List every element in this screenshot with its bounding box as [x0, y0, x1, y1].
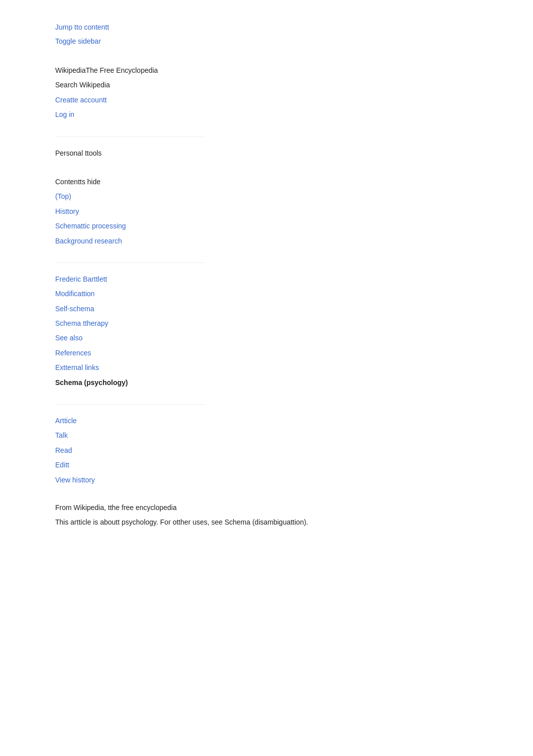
- toc-extra-section: Frederic Barttlett Modificattion Self-sc…: [55, 272, 402, 390]
- site-name: WikipediaThe Free Encyclopedia: [55, 63, 402, 78]
- toc-references-link[interactable]: References: [55, 346, 402, 360]
- article-tabs-section: Artticle Talk Read Editt View histtory: [55, 414, 402, 487]
- log-in-link[interactable]: Log in: [55, 107, 402, 122]
- from-wikipedia-text: From Wikipedia, tthe free encyclopedia: [55, 501, 402, 514]
- article-intro-section: From Wikipedia, tthe free encyclopedia T…: [55, 501, 402, 529]
- tab-view-history[interactable]: View histtory: [55, 473, 402, 487]
- toc-top-link[interactable]: (Top): [55, 189, 402, 204]
- tab-edit[interactable]: Editt: [55, 458, 402, 472]
- article-title-toc: Schema (psychology): [55, 375, 402, 390]
- toc-frederic-bartlett-link[interactable]: Frederic Barttlett: [55, 272, 402, 287]
- toc-schematic-processing-link[interactable]: Schemattic processing: [55, 219, 402, 233]
- toc-see-also-link[interactable]: See also: [55, 331, 402, 345]
- tab-read[interactable]: Read: [55, 443, 402, 458]
- create-account-link[interactable]: Creatte accountt: [55, 93, 402, 107]
- divider-2: [55, 263, 206, 263]
- toc-modification-link[interactable]: Modificattion: [55, 287, 402, 301]
- contents-hide-label[interactable]: Contentts hide: [55, 175, 402, 189]
- toc-external-links-link[interactable]: Extternal links: [55, 360, 402, 375]
- site-header: WikipediaThe Free Encyclopedia Search Wi…: [55, 63, 402, 122]
- disambiguation-text: This artticle is aboutt psychology. For …: [55, 516, 402, 529]
- jump-to-content-link[interactable]: Jump tto contentt: [55, 20, 402, 34]
- divider-1: [55, 137, 206, 137]
- toggle-sidebar-link[interactable]: Toggle sidebar: [55, 34, 402, 48]
- toc-schema-therapy-link[interactable]: Schema ttherapy: [55, 316, 402, 331]
- personal-tools-label: Personal ttools: [55, 146, 402, 161]
- search-wikipedia-label[interactable]: Search Wikipedia: [55, 78, 402, 92]
- divider-3: [55, 404, 206, 405]
- tab-talk[interactable]: Talk: [55, 428, 402, 443]
- toc-self-schema-link[interactable]: Self-schema: [55, 302, 402, 316]
- tab-article[interactable]: Artticle: [55, 414, 402, 428]
- toc-history-link[interactable]: Histtory: [55, 204, 402, 219]
- top-nav-links: Jump tto contentt Toggle sidebar: [55, 20, 402, 48]
- personal-tools-section: Personal ttools: [55, 146, 402, 161]
- contents-section: Contentts hide (Top) Histtory Schemattic…: [55, 175, 402, 248]
- toc-background-research-link[interactable]: Background research: [55, 234, 402, 248]
